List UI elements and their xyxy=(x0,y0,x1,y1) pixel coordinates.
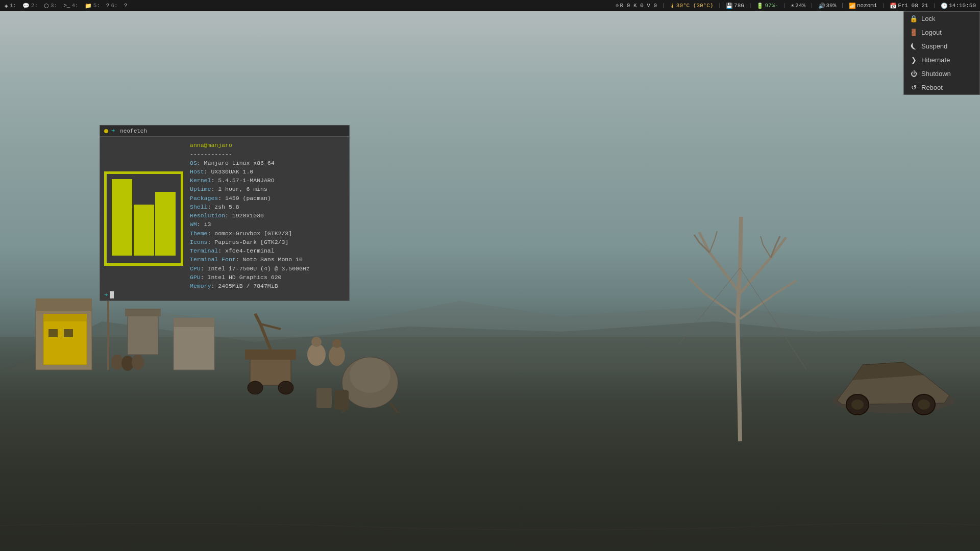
svg-line-30 xyxy=(390,403,398,413)
svg-point-34 xyxy=(311,337,322,347)
svg-rect-8 xyxy=(125,309,161,316)
power-menu-hibernate[interactable]: ❯Hibernate xyxy=(904,53,979,67)
volume-value: 39% xyxy=(826,3,837,9)
terminal-titlebar: ➜ neofetch xyxy=(100,126,349,137)
temp-icon: 🌡 xyxy=(670,3,675,9)
svg-rect-41 xyxy=(134,205,154,256)
time-value: 14:10:50 xyxy=(949,3,976,9)
workspace-3[interactable]: ⬡ 3: xyxy=(41,0,60,11)
date-status: 📅 Fri 08 21 xyxy=(888,3,930,9)
prompt-arrow: ➜ xyxy=(104,291,108,299)
svg-point-36 xyxy=(332,339,341,348)
ws3-label: 3: xyxy=(51,3,57,9)
wifi-status: 📶 nozomi xyxy=(847,3,879,9)
power-menu: 🔒Lock🚪Logout⏾Suspend❯Hibernate⏻Shutdown↺… xyxy=(903,11,980,95)
taskbar-left: ◈ 1: 💬 2: ⬡ 3: >_ 4: 📁 5: ? 6: ? xyxy=(0,0,130,11)
reboot-icon: ↺ xyxy=(910,84,917,91)
power-menu-shutdown[interactable]: ⏻Shutdown xyxy=(904,67,979,81)
username-text: anna@manjaro xyxy=(190,142,232,148)
ws5-label: 5: xyxy=(93,3,100,9)
lock-icon: 🔒 xyxy=(910,15,917,22)
terminal-output: anna@manjaro ------------ OS: Manjaro Li… xyxy=(187,137,349,300)
clock-icon: 🕒 xyxy=(941,3,948,9)
ws6-label: 6: xyxy=(111,3,117,9)
svg-point-20 xyxy=(851,399,864,410)
svg-rect-9 xyxy=(174,324,214,370)
ws3-icon: ⬡ xyxy=(44,3,49,9)
terminal-body: anna@manjaro ------------ OS: Manjaro Li… xyxy=(100,137,349,300)
terminal-indicator xyxy=(104,129,108,133)
terminal-prompt: ➜ xyxy=(100,289,349,300)
terminal-field-terminal: Terminal: xfce4-terminal xyxy=(190,246,346,255)
ws6-icon: ? xyxy=(106,3,110,9)
svg-point-25 xyxy=(248,381,263,394)
temp-status: 🌡 30°C (30°C) xyxy=(668,3,716,9)
svg-rect-6 xyxy=(107,293,109,370)
power-menu-reboot[interactable]: ↺Reboot xyxy=(904,81,979,94)
workspace-2[interactable]: 💬 2: xyxy=(20,0,40,11)
hibernate-icon: ❯ xyxy=(910,57,917,64)
volume-status: 🔊 39% xyxy=(816,3,839,9)
ws5-icon: 📁 xyxy=(85,3,92,9)
time-status: 🕒 14:10:50 xyxy=(939,3,978,9)
power-menu-suspend[interactable]: ⏾Suspend xyxy=(904,39,979,53)
svg-rect-40 xyxy=(112,179,132,256)
ws1-icon: ◈ xyxy=(5,3,8,9)
svg-line-16 xyxy=(679,268,740,344)
ws2-label: 2: xyxy=(31,3,38,9)
svg-rect-24 xyxy=(245,349,296,360)
terminal-field-wm: WM: i3 xyxy=(190,220,346,229)
reboot-label: Reboot xyxy=(921,84,943,91)
disk-icon: 💾 xyxy=(726,3,733,9)
svg-rect-7 xyxy=(128,314,158,355)
hibernate-label: Hibernate xyxy=(921,56,950,64)
terminal-field-packages: Packages: 1459 (pacman) xyxy=(190,194,346,203)
svg-rect-32 xyxy=(334,390,349,410)
terminal-separator: ------------ xyxy=(190,149,346,158)
terminal-field-icons: Icons: Papirus-Dark [GTK2/3] xyxy=(190,238,346,246)
taskbar: ◈ 1: 💬 2: ⬡ 3: >_ 4: 📁 5: ? 6: ? ⚙ R 0 xyxy=(0,0,980,11)
terminal-title: neofetch xyxy=(120,128,147,134)
terminal-field-resolution: Resolution: 980x551 xyxy=(190,211,346,220)
disk-status: 💾 78G xyxy=(724,3,746,9)
suspend-icon: ⏾ xyxy=(910,43,917,50)
power-menu-lock[interactable]: 🔒Lock xyxy=(904,12,979,26)
logout-icon: 🚪 xyxy=(910,29,917,36)
svg-rect-4 xyxy=(43,319,87,365)
wifi-name: nozomi xyxy=(857,3,877,9)
terminal-field-terminal-font: Terminal Font: Noto Sans Mono 10 xyxy=(190,255,346,264)
terminal-field-kernel: Kernel: 5.4.57-1-MANJARO xyxy=(190,176,346,185)
terminal-fields: OS: Manjaro Linux x86_64Host: UX330UAK 1… xyxy=(190,159,346,291)
svg-rect-10 xyxy=(174,318,214,327)
workspace-7[interactable]: ? xyxy=(121,0,130,11)
ws4-icon: >_ xyxy=(63,3,70,9)
terminal-username: anna@manjaro xyxy=(190,141,346,149)
calendar-icon: 📅 xyxy=(890,3,897,9)
workspace-5[interactable]: 📁 5: xyxy=(82,0,103,11)
battery-icon: 🔋 xyxy=(756,3,764,9)
power-menu-logout[interactable]: 🚪Logout xyxy=(904,26,979,39)
cpu-load: R 0 K 0 V 0 xyxy=(620,3,657,9)
svg-rect-5 xyxy=(43,314,87,321)
workspace-4[interactable]: >_ 4: xyxy=(61,0,81,11)
brightness-status: ☀ 24% xyxy=(789,3,807,9)
ws2-icon: 💬 xyxy=(22,3,30,9)
terminal-logo xyxy=(100,137,187,300)
disk-value: 78G xyxy=(734,3,744,9)
ws7-icon: ? xyxy=(124,3,128,9)
volume-icon: 🔊 xyxy=(818,3,825,9)
svg-rect-3 xyxy=(36,298,92,311)
shutdown-icon: ⏻ xyxy=(910,70,917,78)
brightness-icon: ☀ xyxy=(791,3,794,9)
ws1-label: 1: xyxy=(10,3,16,9)
terminal-field-gpu: GPU: Intel HD Graphics 620 xyxy=(190,273,346,282)
workspace-1[interactable]: ◈ 1: xyxy=(2,0,19,11)
battery-value: 97%- xyxy=(765,3,778,9)
terminal-field-shell: Shell: zsh 5.8 xyxy=(190,203,346,211)
workspace-6[interactable]: ? 6: xyxy=(104,0,120,11)
shutdown-label: Shutdown xyxy=(921,70,951,78)
terminal-window[interactable]: ➜ neofetch xyxy=(100,125,350,301)
cpu-temp: 30°C (30°C) xyxy=(676,3,714,9)
svg-rect-11 xyxy=(48,329,58,337)
terminal-field-theme: Theme: oomox-Gruvbox [GTK2/3] xyxy=(190,229,346,238)
